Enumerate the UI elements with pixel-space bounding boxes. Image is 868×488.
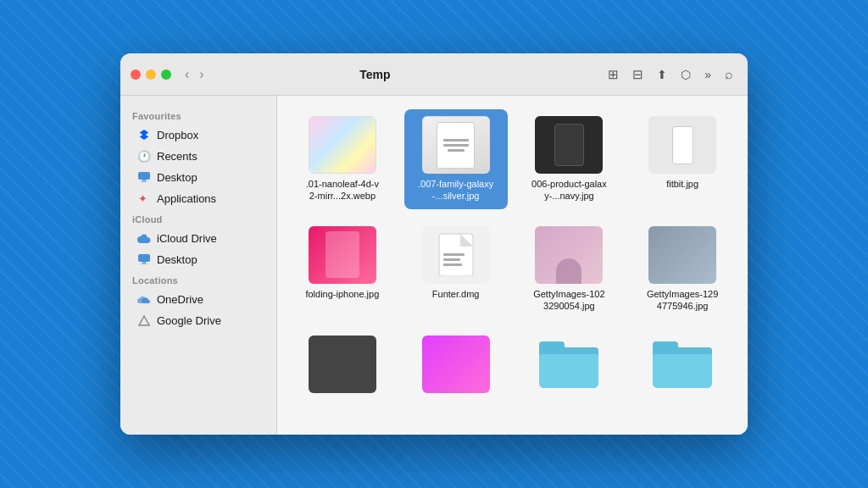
close-button[interactable] [131,69,141,80]
folder-front-1 [539,354,598,388]
svg-marker-1 [140,134,149,140]
desktop-label: Desktop [157,171,198,184]
folder-tab-2 [653,341,678,353]
sidebar-item-recents[interactable]: 🕐 Recents [125,146,271,166]
locations-label: Locations [120,270,276,288]
folder-tab-1 [539,341,565,353]
toolbar-right: ⊞ ⊟ ⬆ ⬡ » ⌕ [604,64,737,86]
svg-rect-5 [141,181,147,182]
file-item-dark[interactable] [291,329,394,404]
icloud-drive-label: iCloud Drive [157,232,217,245]
galaxy-filename: 006-product-galaxy-...navy.jpg [531,178,607,202]
file-item-galaxy[interactable]: 006-product-galaxy-...navy.jpg [518,109,621,209]
svg-rect-8 [142,262,146,263]
window-title: Temp [147,68,604,81]
file-item-family[interactable]: .007-family-galaxy-...silver.jpg [404,109,508,209]
dropbox-label: Dropbox [157,129,198,141]
sidebar-item-desktop[interactable]: Desktop [125,167,271,187]
file-item-folder1[interactable] [518,329,621,404]
file-item-nanoleaf[interactable]: .01-nanoleaf-4d-v2-mirr...2x.webp [291,109,394,209]
sidebar-item-icloud-desktop[interactable]: Desktop [125,249,271,269]
applications-label: Applications [157,192,216,205]
icloud-label: iCloud [120,209,276,227]
icloud-desktop-icon [137,252,151,266]
galaxy-thumbnail [535,116,603,174]
google-drive-icon [137,313,151,327]
svg-text:✦: ✦ [138,192,147,204]
clock-icon: 🕐 [137,149,151,163]
main-content: Favourites Dropbox 🕐 Recents Desktop ✦ [120,96,748,435]
file-item-folder2[interactable] [631,329,734,404]
svg-rect-9 [141,263,147,264]
funter-thumbnail [422,226,490,284]
file-item-getty2[interactable]: GettyImages-1294775946.jpg [631,219,734,319]
sidebar: Favourites Dropbox 🕐 Recents Desktop ✦ [120,96,277,435]
folding-thumbnail [309,226,376,284]
icloud-desktop-label: Desktop [157,253,198,266]
folder2-thumbnail [648,336,716,393]
svg-rect-15 [443,263,462,266]
search-button[interactable]: ⌕ [721,64,737,86]
file-item-getty1[interactable]: GettyImages-1023290054.jpg [518,219,621,319]
onedrive-icon [137,292,151,306]
file-item-pink[interactable] [404,329,508,404]
applications-icon: ✦ [137,191,151,205]
titlebar: ‹ › Temp ⊞ ⊟ ⬆ ⬡ » ⌕ [120,53,748,96]
funter-filename: Funter.dmg [432,288,480,300]
file-item-fitbit[interactable]: fitbit.jpg [631,109,734,209]
google-drive-label: Google Drive [157,314,221,327]
getty1-filename: GettyImages-1023290054.jpg [531,288,607,313]
file-area: .01-nanoleaf-4d-v2-mirr...2x.webp [277,96,748,435]
share-button[interactable]: ⬆ [653,64,671,85]
file-grid: .01-nanoleaf-4d-v2-mirr...2x.webp [291,109,734,404]
fitbit-filename: fitbit.jpg [666,178,698,190]
svg-marker-10 [139,316,149,325]
sidebar-item-dropbox[interactable]: Dropbox [125,125,271,145]
family-filename: .007-family-galaxy-...silver.jpg [418,178,494,202]
sidebar-item-icloud-drive[interactable]: iCloud Drive [125,228,271,248]
icloud-icon [137,231,151,245]
svg-rect-14 [443,258,460,261]
svg-rect-13 [443,253,465,256]
list-view-button[interactable]: ⊟ [628,64,648,86]
getty2-thumbnail [648,226,716,284]
getty2-filename: GettyImages-1294775946.jpg [644,288,721,313]
sidebar-item-onedrive[interactable]: OneDrive [125,289,271,309]
folder-front-2 [653,354,712,388]
sidebar-item-applications[interactable]: ✦ Applications [125,188,271,208]
svg-rect-7 [138,254,150,262]
folding-filename: folding-iphone.jpg [305,288,379,300]
nanoleaf-thumbnail [309,116,376,174]
tag-button[interactable]: ⬡ [676,64,695,85]
dark-thumbnail [309,336,376,393]
desktop-icon [137,170,151,184]
fitbit-thumbnail [648,116,716,174]
favourites-label: Favourites [120,106,276,124]
dropbox-icon [137,128,151,141]
nanoleaf-filename: .01-nanoleaf-4d-v2-mirr...2x.webp [304,178,381,202]
recents-label: Recents [157,150,198,163]
file-item-folding[interactable]: folding-iphone.jpg [291,219,394,319]
grid-view-button[interactable]: ⊞ [604,64,623,86]
onedrive-label: OneDrive [157,293,203,306]
getty1-thumbnail [535,226,603,284]
file-item-funter[interactable]: Funter.dmg [404,219,508,319]
family-thumbnail [422,116,490,174]
finder-window: ‹ › Temp ⊞ ⊟ ⬆ ⬡ » ⌕ Favourites Dropbox … [120,53,748,435]
folder1-thumbnail [535,336,603,393]
sidebar-item-google-drive[interactable]: Google Drive [125,310,271,330]
more-button[interactable]: » [700,64,715,85]
svg-rect-4 [142,180,146,181]
svg-rect-3 [138,172,150,180]
pink-thumbnail [422,336,490,393]
